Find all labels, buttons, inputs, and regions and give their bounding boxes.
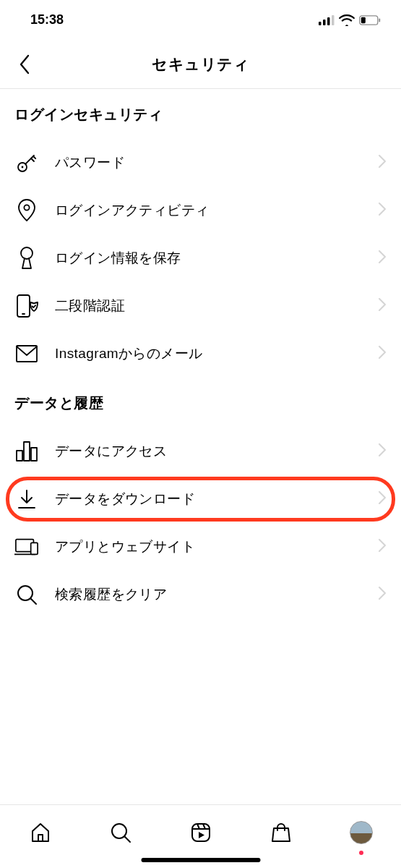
battery-icon [359,15,381,25]
avatar-icon [350,821,373,844]
home-indicator [141,858,260,862]
back-button[interactable] [10,50,39,79]
svg-point-8 [22,166,24,169]
svg-line-23 [31,599,37,605]
svg-rect-2 [327,17,330,25]
row-password[interactable]: パスワード [0,139,401,187]
svg-point-10 [21,247,33,259]
row-login-activity[interactable]: ログインアクティビティ [0,187,401,234]
row-access-data[interactable]: データにアクセス [0,427,401,475]
chevron-right-icon [378,586,387,603]
phone-shield-icon [14,294,39,318]
svg-line-29 [203,824,205,829]
chevron-right-icon [378,202,387,219]
row-label: 検索履歴をクリア [55,585,362,604]
row-label: パスワード [55,153,362,172]
svg-line-28 [197,824,199,829]
chevron-left-icon [18,54,31,75]
svg-point-9 [24,205,29,210]
chevron-right-icon [378,345,387,362]
row-clear-search-history[interactable]: 検索履歴をクリア [0,571,401,618]
row-save-login-info[interactable]: ログイン情報を保存 [0,234,401,282]
chevron-right-icon [378,154,387,171]
chevron-right-icon [378,490,387,508]
tab-shop[interactable] [264,815,298,850]
row-label: データにアクセス [55,442,362,461]
row-label: ログイン情報を保存 [55,249,362,268]
section-title-data-history: データと履歴 [0,378,401,427]
row-two-factor-auth[interactable]: 二段階認証 [0,282,401,330]
row-label: 二段階認証 [55,297,362,315]
mail-icon [14,341,39,366]
row-label: Instagramからのメール [55,344,362,363]
status-indicators [319,14,381,26]
svg-rect-16 [31,448,37,461]
row-label: データをダウンロード [55,490,362,509]
svg-rect-13 [17,346,37,362]
key-icon [14,150,39,175]
devices-icon [14,535,39,559]
svg-rect-1 [323,20,326,25]
svg-rect-0 [319,22,322,25]
shop-icon [270,822,292,843]
svg-rect-3 [332,15,335,25]
tab-home[interactable] [23,815,58,850]
section-title-login-security: ログインセキュリティ [0,89,401,139]
chevron-right-icon [378,250,387,267]
wifi-icon [339,14,355,26]
notification-dot-icon [359,851,363,855]
row-label: アプリとウェブサイト [55,537,362,556]
page-title: セキュリティ [152,54,249,75]
svg-rect-14 [17,451,22,461]
bar-chart-icon [14,439,39,464]
tab-search[interactable] [103,815,138,850]
location-pin-icon [14,198,39,223]
svg-rect-15 [24,442,30,461]
keyhole-icon [14,246,39,271]
row-apps-websites[interactable]: アプリとウェブサイト [0,523,401,571]
svg-rect-6 [361,17,366,22]
status-time: 15:38 [30,12,64,27]
home-icon [30,822,51,843]
row-label: ログインアクティビティ [55,201,362,220]
search-icon [14,582,39,607]
chevron-right-icon [378,443,387,460]
chevron-right-icon [378,538,387,556]
download-icon [14,487,39,511]
cellular-icon [319,15,335,25]
svg-line-25 [124,837,130,843]
row-download-data[interactable]: データをダウンロード [0,475,401,523]
status-bar: 15:38 [0,0,401,40]
row-emails-from-instagram[interactable]: Instagramからのメール [0,330,401,378]
tab-reels[interactable] [184,815,218,850]
search-icon [110,822,131,843]
svg-rect-5 [379,18,380,22]
tab-profile[interactable] [344,815,379,850]
chevron-right-icon [378,297,387,315]
reels-icon [190,822,212,843]
svg-rect-21 [31,542,38,554]
content: ログインセキュリティ パスワード [0,89,401,804]
nav-header: セキュリティ [0,40,401,89]
svg-rect-26 [192,824,210,841]
